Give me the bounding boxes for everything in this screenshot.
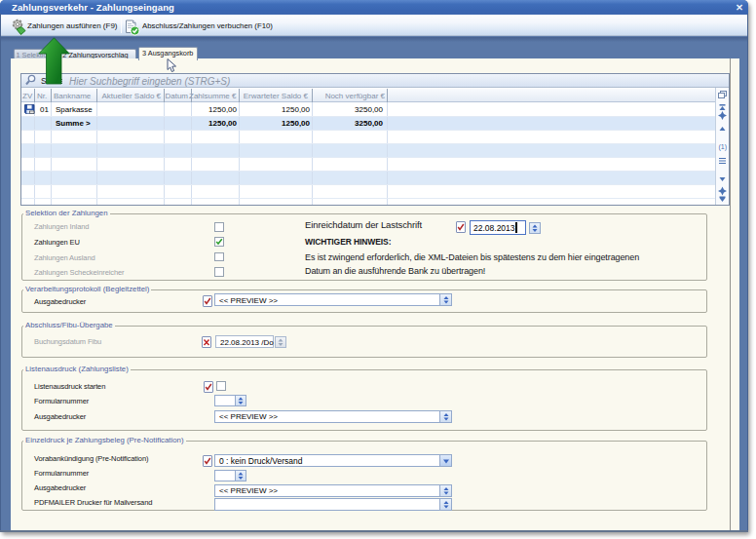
svg-text:(1): (1) [719,143,728,151]
